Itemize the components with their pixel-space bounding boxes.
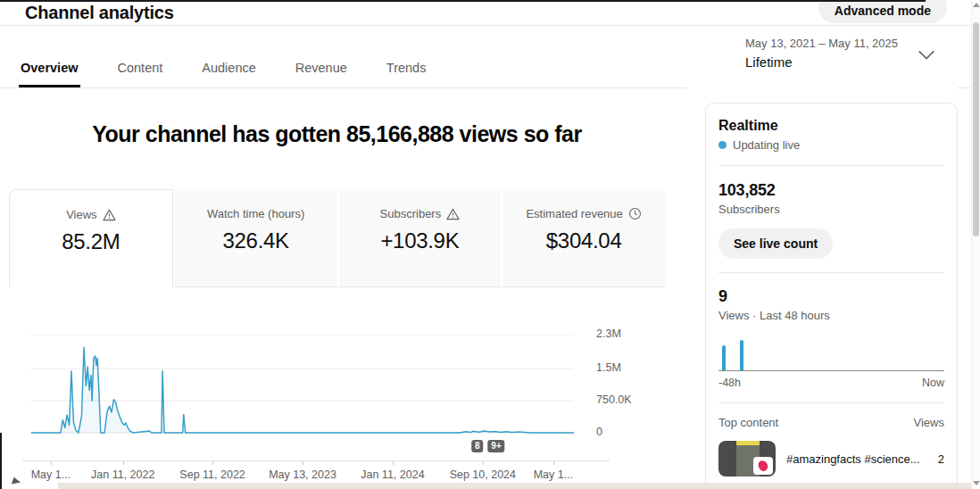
- see-live-count-button[interactable]: See live count: [718, 228, 833, 259]
- metric-label-estimated-revenue: Estimated revenue: [526, 207, 622, 220]
- metric-tab-estimated-revenue[interactable]: Estimated revenue $304.04: [501, 189, 665, 287]
- x-tick-label: Sep 10, 2024: [450, 468, 516, 481]
- realtime-views-count: 9: [718, 287, 944, 306]
- tab-audience[interactable]: Audience: [200, 61, 257, 87]
- realtime-title: Realtime: [718, 118, 944, 134]
- metric-tab-watch-time[interactable]: Watch time (hours) 326.4K: [173, 189, 337, 287]
- y-axis-labels: 2.3M1.5M750.0K0: [596, 330, 659, 437]
- x-tick: [553, 461, 554, 465]
- y-tick-label: 0: [596, 426, 602, 439]
- x-tick: [393, 461, 394, 465]
- metric-tab-subscribers[interactable]: Subscribers +103.9K: [337, 189, 502, 287]
- x-tick-label: May 13, 2023: [269, 468, 336, 481]
- live-dot-icon: [718, 141, 727, 149]
- metric-label-watch-time: Watch time (hours): [207, 207, 304, 220]
- axis-label-48h: -48h: [718, 377, 741, 389]
- scroll-up-arrow-icon[interactable]: [973, 3, 980, 7]
- date-range-selector[interactable]: May 13, 2021 – May 11, 2025 Lifetime: [687, 26, 958, 88]
- realtime-bar-chart: [718, 339, 944, 371]
- tab-content[interactable]: Content: [116, 61, 165, 87]
- date-range-text: May 13, 2021 – May 11, 2025: [745, 37, 898, 50]
- realtime-axis: -48h Now: [718, 377, 944, 389]
- updating-live-label: Updating live: [733, 138, 800, 152]
- x-tick-label: Jan 11, 2022: [91, 468, 154, 481]
- top-content-header: Top content Views: [718, 416, 944, 429]
- line-chart-plot: [31, 330, 574, 437]
- divider: [718, 402, 944, 403]
- divider: [718, 165, 944, 166]
- realtime-views-label: Views · Last 48 hours: [718, 309, 944, 322]
- realtime-bar: [722, 345, 726, 370]
- views-line-chart: 2.3M1.5M750.0K0 89+ May 1...Jan 11, 2022…: [9, 287, 665, 489]
- youtube-studio-analytics-page: Channel analytics Advanced mode Overview…: [0, 0, 980, 489]
- y-tick-label: 1.5M: [596, 361, 621, 375]
- vertical-scrollbar-thumb[interactable]: [973, 22, 979, 236]
- warning-icon: [103, 209, 116, 221]
- x-tick: [51, 461, 52, 465]
- metric-label-subscribers: Subscribers: [380, 207, 442, 220]
- scroll-down-arrow-icon[interactable]: [973, 481, 980, 485]
- advanced-mode-button[interactable]: Advanced mode: [818, 0, 947, 23]
- y-tick-label: 2.3M: [596, 327, 621, 341]
- x-tick-label: May 1...: [534, 468, 573, 481]
- metric-tab-views[interactable]: Views 85.2M: [9, 189, 173, 287]
- clock-icon: [628, 207, 642, 220]
- window-border-left: [0, 433, 2, 489]
- warning-icon: [446, 208, 460, 220]
- publish-marker-badge[interactable]: 9+: [487, 440, 504, 452]
- metric-value-watch-time: 326.4K: [175, 228, 337, 253]
- views-column-label: Views: [914, 416, 944, 429]
- metric-tab-strip: Views 85.2M Watch time (hours) 326.4K Su…: [9, 189, 665, 287]
- y-tick-label: 750.0K: [596, 394, 632, 407]
- tab-overview[interactable]: Overview: [19, 61, 80, 87]
- realtime-status: Updating live: [718, 138, 944, 152]
- x-tick-label: Jan 11, 2024: [361, 468, 424, 481]
- x-tick: [212, 461, 213, 465]
- x-tick-label: May 1...: [31, 468, 71, 481]
- divider: [718, 272, 944, 273]
- metric-value-estimated-revenue: $304.04: [502, 228, 665, 253]
- tab-revenue[interactable]: Revenue: [294, 61, 349, 87]
- analytics-chart-card: Views 85.2M Watch time (hours) 326.4K Su…: [9, 189, 665, 489]
- realtime-bar: [740, 340, 743, 370]
- publish-marker-badge[interactable]: 8: [471, 440, 484, 452]
- x-axis: May 1...Jan 11, 2022Sep 11, 2022May 13, …: [22, 460, 610, 461]
- top-content-label: Top content: [718, 416, 778, 429]
- video-views: 2: [938, 452, 944, 466]
- realtime-subscribers-label: Subscribers: [718, 203, 944, 216]
- tab-trends[interactable]: Trends: [385, 61, 428, 87]
- date-preset-label: Lifetime: [745, 54, 793, 70]
- top-content-row[interactable]: #amazingfacts #science... 2: [718, 441, 944, 477]
- video-title: #amazingfacts #science...: [786, 452, 931, 466]
- x-tick: [303, 461, 303, 465]
- chevron-down-icon[interactable]: [917, 49, 936, 62]
- x-tick: [123, 461, 124, 465]
- metric-label-views: Views: [66, 208, 96, 221]
- x-tick-label: Sep 11, 2022: [179, 468, 245, 481]
- metric-value-subscribers: +103.9K: [339, 228, 502, 253]
- vertical-scrollbar[interactable]: [971, 0, 980, 489]
- horizontal-scrollbar[interactable]: [58, 483, 971, 489]
- page-title: Channel analytics: [25, 3, 174, 23]
- realtime-panel: Realtime Updating live 103,852 Subscribe…: [705, 103, 958, 489]
- metric-value-views: 85.2M: [10, 229, 172, 254]
- views-headline: Your channel has gotten 85,166,888 views…: [9, 121, 665, 147]
- video-thumbnail[interactable]: [718, 441, 776, 477]
- x-tick: [483, 461, 484, 465]
- window-border-top: [0, 0, 926, 2]
- realtime-subscribers-count: 103,852: [718, 181, 944, 200]
- thumbnail-yellow-bar: [736, 441, 760, 445]
- axis-label-now: Now: [922, 377, 944, 389]
